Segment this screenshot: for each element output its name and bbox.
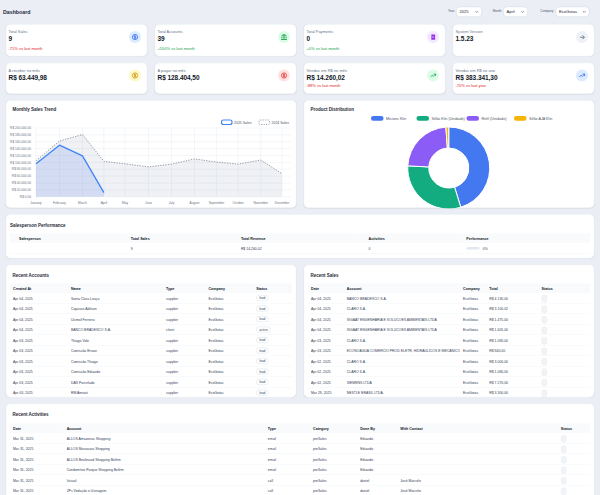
svg-text:Sifão Klin (Unidade): Sifão Klin (Unidade) (432, 117, 466, 121)
svg-text:R$ 60.000,00: R$ 60.000,00 (12, 174, 31, 178)
svg-text:July: July (169, 201, 175, 205)
svg-text:March: March (78, 201, 87, 205)
svg-text:R$ 0,00: R$ 0,00 (20, 195, 31, 199)
svg-text:February: February (53, 201, 66, 205)
svg-text:May: May (122, 201, 128, 205)
svg-text:R$ 120.000,00: R$ 120.000,00 (10, 154, 31, 158)
svg-text:R$ 100.000,00: R$ 100.000,00 (10, 161, 31, 165)
svg-text:R$ 160.000,00: R$ 160.000,00 (10, 140, 31, 144)
svg-text:R$ 80.000,00: R$ 80.000,00 (12, 167, 31, 171)
svg-text:August: August (190, 201, 200, 205)
svg-text:R$ 200.000,00: R$ 200.000,00 (10, 126, 31, 130)
svg-text:R$ 140.000,00: R$ 140.000,00 (10, 147, 31, 151)
svg-text:R$ 40.000,00: R$ 40.000,00 (12, 181, 31, 185)
svg-text:October: October (233, 201, 245, 205)
svg-text:R$ 20.000,00: R$ 20.000,00 (12, 188, 31, 192)
svg-text:R$ 180.000,00: R$ 180.000,00 (10, 133, 31, 137)
svg-text:December: December (275, 201, 291, 205)
svg-text:Sifão AJA Klin: Sifão AJA Klin (529, 117, 552, 121)
svg-text:September: September (209, 201, 226, 205)
svg-text:2024 Sales: 2024 Sales (272, 121, 290, 125)
svg-text:Refil (Unidade): Refil (Unidade) (482, 117, 508, 121)
svg-text:November: November (253, 201, 269, 205)
svg-text:June: June (145, 201, 152, 205)
svg-text:Micions Klin: Micions Klin (386, 117, 406, 121)
svg-text:2025 Sales: 2025 Sales (234, 121, 252, 125)
svg-text:April: April (101, 201, 108, 205)
svg-text:January: January (30, 201, 42, 205)
